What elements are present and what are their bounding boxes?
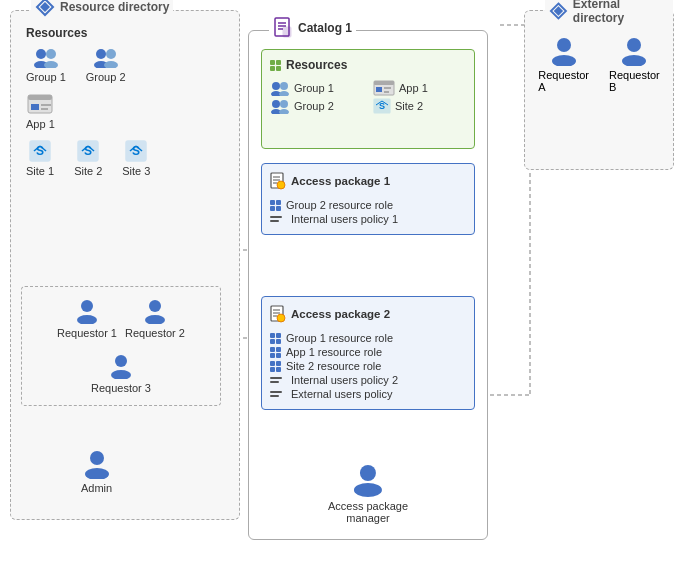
ap1-header: Access package 1 <box>270 172 466 190</box>
ap1-item-group2-role: Group 2 resource role <box>270 198 466 212</box>
requestor3-label: Requestor 3 <box>91 382 151 394</box>
requestor-b-label: Requestor B <box>609 69 660 93</box>
ext-diamond-icon <box>549 1 568 21</box>
svg-point-34 <box>77 315 97 324</box>
cat-app1: App 1 <box>373 80 466 96</box>
resources-inner-header: Resources <box>270 58 466 72</box>
svg-point-37 <box>115 355 127 367</box>
requestor-b-icon <box>620 36 648 66</box>
left-group2: Group 2 <box>86 46 126 83</box>
svg-point-10 <box>46 49 56 59</box>
svg-rect-57 <box>374 81 394 85</box>
svg-point-80 <box>354 483 382 497</box>
cat-site2-icon: S <box>373 98 391 114</box>
ap2-doc-icon <box>270 305 286 323</box>
resource-directory-header: Resource directory <box>31 0 173 17</box>
site3-label: Site 3 <box>122 165 150 177</box>
svg-rect-19 <box>41 104 51 106</box>
svg-point-11 <box>44 61 58 68</box>
apm-icon <box>352 463 384 497</box>
ap1-label: Access package 1 <box>291 175 390 187</box>
svg-point-55 <box>279 91 289 96</box>
requestor-a: Requestor A <box>538 36 589 93</box>
requestor3: Requestor 3 <box>91 353 151 394</box>
svg-point-61 <box>272 100 280 108</box>
svg-point-64 <box>279 109 289 114</box>
requestor-a-icon <box>550 36 578 66</box>
svg-point-15 <box>104 61 118 68</box>
cat-site2: S Site 2 <box>373 98 466 114</box>
apm-label: Access packagemanager <box>328 500 408 524</box>
resource-directory-box: Resource directory Resources Group 1 <box>10 10 240 520</box>
svg-point-35 <box>149 300 161 312</box>
requestor-b: Requestor B <box>609 36 660 93</box>
left-app1: App 1 <box>26 93 55 130</box>
requestor-a-label: Requestor A <box>538 69 589 93</box>
ap2-item-internal-policy: Internal users policy 2 <box>270 373 466 387</box>
resources-grid-icon <box>270 60 281 71</box>
requestor2-label: Requestor 2 <box>125 327 185 339</box>
svg-point-63 <box>280 100 288 108</box>
cat-app1-icon <box>373 80 395 96</box>
cat-group2: Group 2 <box>270 98 363 114</box>
cat-group1: Group 1 <box>270 80 363 96</box>
svg-point-45 <box>627 38 641 52</box>
site2-icon: S <box>77 140 99 162</box>
group-row: Group 1 Group 2 <box>26 46 150 83</box>
site-row: S Site 1 S Site 2 <box>26 140 150 177</box>
requestor2: Requestor 2 <box>125 298 185 339</box>
ap2-resource-icon1 <box>270 333 281 344</box>
svg-rect-17 <box>28 95 52 100</box>
requestor2-icon <box>143 298 167 324</box>
ap2-policy-icon1 <box>270 377 282 383</box>
ap1-policy-icon <box>270 216 282 222</box>
admin-label: Admin <box>81 482 112 494</box>
catalog-label: Catalog 1 <box>298 21 352 35</box>
left-resources-items: Group 1 Group 2 <box>26 46 150 187</box>
svg-point-39 <box>90 451 104 465</box>
requestor1-label: Requestor 1 <box>57 327 117 339</box>
ap2-item-group1: Group 1 resource role <box>270 331 466 345</box>
resources-grid-items: Group 1 App 1 <box>270 80 466 114</box>
svg-point-44 <box>552 55 576 66</box>
left-site2: S Site 2 <box>74 140 102 177</box>
svg-rect-60 <box>384 91 389 93</box>
site3-icon: S <box>125 140 147 162</box>
svg-point-33 <box>81 300 93 312</box>
ap2-item-app1: App 1 resource role <box>270 345 466 359</box>
svg-point-46 <box>622 55 646 66</box>
left-site3: S Site 3 <box>122 140 150 177</box>
resources-inner-box: Resources Group 1 <box>261 49 475 149</box>
site2-label: Site 2 <box>74 165 102 177</box>
svg-point-8 <box>36 49 46 59</box>
ap2-header: Access package 2 <box>270 305 466 323</box>
catalog-icon <box>273 17 293 39</box>
svg-point-79 <box>360 465 376 481</box>
app1-icon <box>26 93 54 115</box>
svg-rect-20 <box>41 108 48 110</box>
external-directory-box: External directory Requestor A Requestor… <box>524 10 674 170</box>
group1-icon <box>32 46 60 68</box>
ap1-resource-icon <box>270 200 281 211</box>
svg-point-40 <box>85 468 109 479</box>
ap1-doc-icon <box>270 172 286 190</box>
diamond-icon <box>35 0 55 17</box>
group2-icon <box>92 46 120 68</box>
admin-item: Admin <box>81 449 112 494</box>
svg-rect-18 <box>31 104 39 110</box>
requestors-box: Requestor 1 Requestor 2 Requestor 3 <box>21 286 221 406</box>
cat-group2-icon <box>270 98 290 114</box>
svg-point-78 <box>277 314 285 322</box>
access-package-manager: Access packagemanager <box>328 463 408 524</box>
access-package-1-box: Access package 1 Group 2 resource role I… <box>261 163 475 235</box>
svg-rect-59 <box>384 87 391 89</box>
svg-point-52 <box>272 82 280 90</box>
ap2-item-external-policy: External users policy <box>270 387 466 401</box>
catalog-header: Catalog 1 <box>269 17 356 39</box>
svg-point-38 <box>111 370 131 379</box>
diagram-container: Resource directory Resources Group 1 <box>0 0 684 581</box>
ap2-resource-icon2 <box>270 347 281 358</box>
svg-point-54 <box>280 82 288 90</box>
requestor1: Requestor 1 <box>57 298 117 339</box>
ap2-resource-icon3 <box>270 361 281 372</box>
